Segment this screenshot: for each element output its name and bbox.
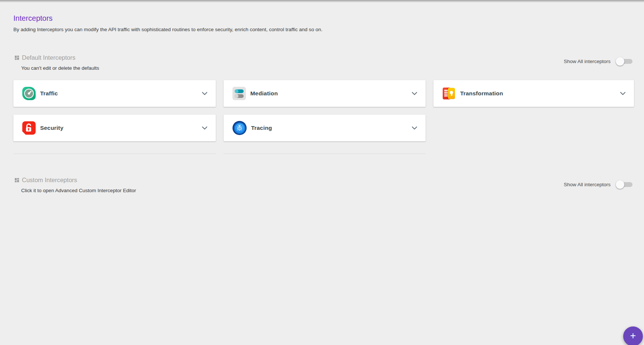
page-description: By adding Interceptors you can modify th… <box>13 27 322 32</box>
plus-icon: + <box>630 331 636 341</box>
toggle-knob[interactable] <box>616 57 624 66</box>
default-interceptors-title: Default Interceptors <box>22 54 75 61</box>
add-interceptor-fab[interactable]: + <box>623 326 643 345</box>
chevron-down-icon[interactable] <box>412 126 417 130</box>
column-divider <box>13 154 216 154</box>
card-tracing[interactable]: Tracing <box>224 115 426 141</box>
grid-icon <box>14 55 20 60</box>
card-security[interactable]: Security <box>13 115 216 141</box>
chevron-down-icon[interactable] <box>202 92 208 95</box>
card-traffic[interactable]: Traffic <box>13 80 216 107</box>
show-all-interceptors-toggle[interactable] <box>616 180 632 189</box>
chevron-down-icon[interactable] <box>202 126 208 130</box>
card-label: Transformation <box>460 90 503 97</box>
grid-icon <box>14 177 20 183</box>
card-mediation[interactable]: Mediation <box>224 80 426 107</box>
interceptors-page: Interceptors By adding Interceptors you … <box>0 0 644 345</box>
column-divider <box>224 154 426 154</box>
transformation-notes-icon <box>442 87 456 100</box>
page-title: Interceptors <box>13 14 53 23</box>
card-transformation[interactable]: Transformation <box>433 80 634 107</box>
chevron-down-icon[interactable] <box>412 92 417 95</box>
traffic-gauge-icon <box>22 87 36 100</box>
card-label: Security <box>40 125 64 131</box>
custom-interceptors-header: Custom Interceptors <box>14 177 77 184</box>
tracing-bug-icon <box>232 121 247 135</box>
custom-show-all-row: Show All interceptors <box>564 180 632 189</box>
default-interceptors-header: Default Interceptors <box>14 54 75 61</box>
custom-interceptors-subtitle: Click it to open Advanced Custom Interce… <box>21 188 136 193</box>
card-label: Mediation <box>250 90 278 97</box>
default-interceptors-subtitle: You can't edit or delete the defaults <box>21 65 99 71</box>
custom-interceptors-title: Custom Interceptors <box>22 177 77 184</box>
show-all-interceptors-toggle[interactable] <box>616 57 632 66</box>
mediation-toggles-icon <box>232 87 246 100</box>
top-toolbar-shadow <box>0 0 644 3</box>
toggle-knob[interactable] <box>616 180 624 189</box>
card-label: Traffic <box>40 90 58 97</box>
security-lock-icon <box>22 121 36 135</box>
default-interceptors-grid: Traffic Mediation <box>13 80 634 141</box>
show-all-interceptors-label: Show All interceptors <box>564 182 611 187</box>
default-show-all-row: Show All interceptors <box>564 57 632 66</box>
show-all-interceptors-label: Show All interceptors <box>564 59 611 64</box>
card-label: Tracing <box>251 125 272 131</box>
chevron-down-icon[interactable] <box>620 92 626 95</box>
